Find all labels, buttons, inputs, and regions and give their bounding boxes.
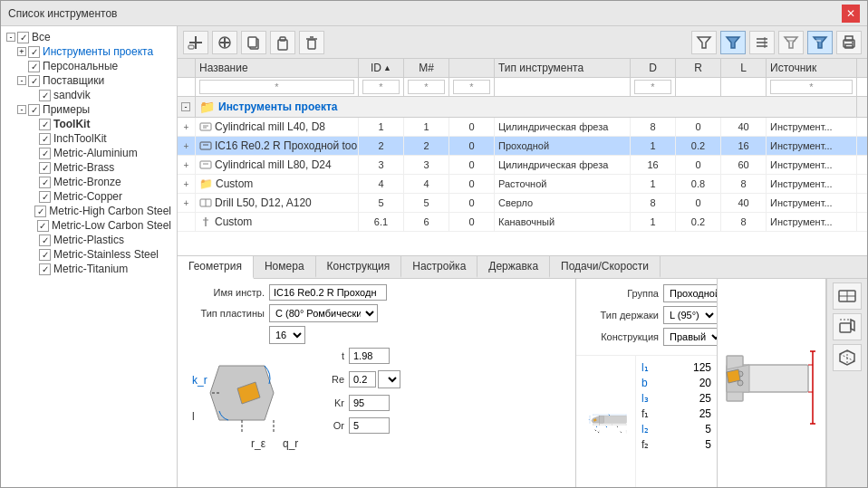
re-select[interactable]: ▼ [378,370,400,388]
section-expand[interactable]: - [178,97,196,117]
col-source[interactable]: Источник [767,59,857,77]
or-input[interactable] [349,417,390,434]
t-input[interactable] [349,348,390,364]
tree-item-personal[interactable]: Персональные [15,59,173,73]
tree-item-project[interactable]: + Инструменты проекта [15,44,173,59]
checkbox-examples[interactable] [28,104,40,116]
filter-empty[interactable] [449,78,495,96]
tree-item-metric-lcs[interactable]: Metric-Low Carbon Steel [26,218,173,233]
re-input[interactable] [349,371,376,388]
checkbox-metric-plastics[interactable] [39,234,51,246]
tree-item-sandvik[interactable]: sandvik [26,88,173,102]
col-l[interactable]: L [721,59,767,77]
checkbox-metric-alu[interactable] [39,148,51,159]
tree-item-metric-ti[interactable]: Metric-Titanium [26,262,173,276]
filter-mnum[interactable] [404,78,449,96]
tab-feeds[interactable]: Подачи/Скорости [550,256,661,278]
filter-empty-input[interactable] [453,80,490,94]
tree-item-metric-ss[interactable]: Metric-Stainless Steel [26,247,173,262]
columns-button[interactable] [749,31,775,54]
filter-tool-button[interactable] [691,31,717,54]
filter-d[interactable] [631,78,676,96]
checkbox-personal[interactable] [28,61,40,72]
checkbox-metric-ti[interactable] [39,263,51,275]
table-row[interactable]: + Cylindrical mill L80, D24 3 3 0 Цилинд… [178,156,867,175]
expand-icon[interactable]: - [17,105,26,114]
col-id[interactable]: ID ▲ [359,59,404,77]
close-button[interactable]: ✕ [842,5,860,23]
group-select[interactable]: Проходной [663,284,718,302]
filter-source[interactable] [767,78,857,96]
filter-source-input[interactable] [770,80,853,94]
col-type[interactable]: Тип инструмента [495,59,631,77]
tc-expand[interactable]: + [178,137,196,155]
checkbox-project[interactable] [28,46,40,58]
filter-name[interactable] [196,78,359,96]
copy-button[interactable] [241,31,266,54]
checkbox-metric-brass[interactable] [39,162,51,174]
tab-construction[interactable]: Конструкция [316,256,402,278]
filter-d-input[interactable] [634,80,671,94]
checkbox-suppliers[interactable] [28,75,40,87]
view-2d-button[interactable] [833,282,862,310]
tree-item-metric-alu[interactable]: Metric-Aluminium [26,146,173,160]
expand-icon[interactable]: + [17,47,26,56]
print-button[interactable] [836,31,862,54]
tree-item-suppliers[interactable]: - Поставщики [15,73,173,88]
filter-rows-button[interactable] [778,31,804,54]
tab-holder[interactable]: Державка [477,256,550,278]
checkbox-metric-hcs[interactable] [34,206,46,217]
section-expand-icon[interactable]: - [181,102,190,111]
expand-icon[interactable]: - [17,76,26,85]
tab-numbers[interactable]: Номера [254,256,316,278]
filter-name-input[interactable] [199,80,354,94]
table-row[interactable]: + Cylindrical mill L40, D8 1 1 0 Цилиндр… [178,118,867,137]
view-3d-iso-button[interactable] [833,344,862,371]
tab-settings[interactable]: Настройка [401,256,477,278]
checkbox-metric-lcs[interactable] [37,220,49,232]
table-row[interactable]: + IC16 Re0.2 R Проходной tool 2 2 0 Прох… [178,137,867,156]
tree-item-inchtoolkit[interactable]: InchToolKit [26,131,173,146]
tab-geometry[interactable]: Геометрия [178,256,254,279]
col-name[interactable]: Название [196,59,359,77]
delete-button[interactable] [299,31,324,54]
table-row[interactable]: + Drill L50, D12, A120 5 5 0 Сверло 8 0 … [178,194,867,213]
tool-name-input[interactable] [269,284,387,301]
col-mnum[interactable]: M# [404,59,449,77]
checkbox-metric-bronze[interactable] [39,177,51,188]
expand-icon[interactable]: - [6,33,15,42]
insert-type-select[interactable]: С (80° Ромбически [269,304,378,322]
tc-expand[interactable]: + [178,118,196,136]
col-d[interactable]: D [631,59,676,77]
table-row[interactable]: + 📁 Custom 4 4 0 Расточной 1 0.8 8 Инстр… [178,175,867,194]
filter-active-button[interactable] [720,31,746,54]
filter-id[interactable] [359,78,404,96]
tree-item-examples[interactable]: - Примеры [15,102,173,117]
checkbox-toolkit[interactable] [39,119,51,130]
add-holder-button[interactable] [212,31,237,54]
tc-expand[interactable]: + [178,194,196,212]
tree-item-all[interactable]: - Все [5,30,173,44]
checkbox-metric-copper[interactable] [39,191,51,203]
filter-mnum-input[interactable] [408,80,445,94]
tree-item-toolkit[interactable]: ToolKit [26,117,173,131]
construction-select[interactable]: Правый [663,328,718,346]
paste-button[interactable] [270,31,295,54]
checkbox-sandvik[interactable] [39,90,51,101]
tree-item-metric-plastics[interactable]: Metric-Plastics [26,233,173,247]
tc-expand[interactable]: + [178,156,196,174]
size-select[interactable]: 16 [269,326,305,344]
table-row[interactable]: Custom 6.1 6 0 Канавочный 1 0.2 8 Инстру… [178,213,867,232]
tc-expand[interactable]: + [178,175,196,193]
tree-item-metric-bronze[interactable]: Metric-Bronze [26,175,173,189]
col-r[interactable]: R [676,59,721,77]
checkbox-inchtoolkit[interactable] [39,133,51,145]
filter-id-input[interactable] [362,80,400,94]
holder-type-select[interactable]: L (95°) [663,306,718,324]
kr-input[interactable] [349,395,390,411]
new-tool-button[interactable] [183,31,208,54]
view-3d-front-button[interactable] [833,313,862,340]
checkbox-metric-ss[interactable] [39,249,51,261]
checkbox-all[interactable] [17,32,29,43]
tree-item-metric-brass[interactable]: Metric-Brass [26,160,173,175]
